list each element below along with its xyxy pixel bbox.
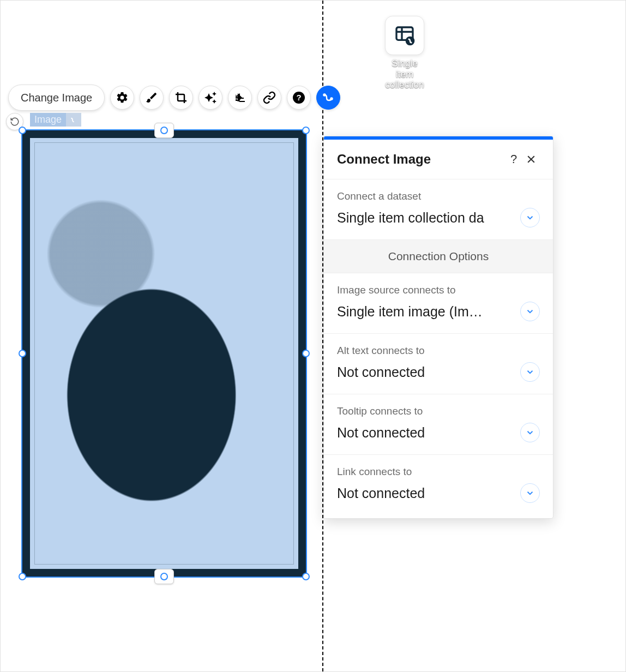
field-dropdown-alt-text[interactable]: Not connected: [337, 362, 540, 382]
field-value: Not connected: [337, 364, 515, 380]
field-value: Not connected: [337, 485, 515, 501]
dataset-chip-label: Single item collection: [382, 58, 427, 91]
chevron-down-icon: [520, 302, 540, 321]
resize-handle-br[interactable]: [302, 573, 310, 580]
filters-button[interactable]: [198, 86, 222, 110]
animation-button[interactable]: [228, 86, 252, 110]
connect-indicator-icon: [66, 113, 81, 127]
element-type-text: Image: [30, 113, 66, 127]
resize-handle-l[interactable]: [19, 350, 26, 357]
help-button[interactable]: ?: [287, 86, 311, 110]
dataset-chip[interactable]: Single item collection: [382, 16, 427, 91]
design-button[interactable]: [140, 86, 164, 110]
field-link: Link connects to Not connected: [324, 455, 553, 518]
panel-close-button[interactable]: [522, 151, 540, 168]
field-dropdown-link[interactable]: Not connected: [337, 483, 540, 503]
crop-button[interactable]: [169, 86, 193, 110]
field-label: Image source connects to: [337, 284, 540, 296]
image-frame: [22, 130, 306, 577]
field-value: Single item image (Im…: [337, 304, 515, 320]
resize-handle-tl[interactable]: [19, 127, 26, 134]
field-dropdown-tooltip[interactable]: Not connected: [337, 423, 540, 442]
connection-options-header: Connection Options: [324, 240, 553, 273]
resize-handle-tr[interactable]: [302, 127, 310, 134]
panel-header: Connect Image ?: [324, 140, 553, 179]
field-dropdown-image-source[interactable]: Single item image (Im…: [337, 302, 540, 321]
field-alt-text: Alt text connects to Not connected: [324, 334, 553, 394]
chevron-down-icon: [520, 483, 540, 503]
dataset-value: Single item collection da: [337, 210, 515, 226]
image-element[interactable]: Image: [22, 130, 306, 577]
chevron-down-icon: [520, 423, 540, 442]
resize-handle-t[interactable]: [160, 127, 168, 134]
resize-handle-r[interactable]: [302, 350, 310, 357]
editor-canvas: Single item collection Change Image ?: [0, 0, 626, 672]
chevron-down-icon: [520, 208, 540, 227]
link-button[interactable]: [257, 86, 281, 110]
settings-button[interactable]: [110, 86, 134, 110]
element-type-label: Image: [30, 113, 81, 127]
svg-point-6: [324, 94, 326, 96]
image-toolbar: Change Image ?: [8, 85, 340, 111]
image-content: [38, 146, 291, 561]
change-image-button[interactable]: Change Image: [8, 85, 105, 111]
field-label: Tooltip connects to: [337, 405, 540, 417]
field-label: Alt text connects to: [337, 345, 540, 357]
svg-text:?: ?: [297, 93, 302, 102]
field-image-source: Image source connects to Single item ima…: [324, 273, 553, 334]
resize-handle-bl[interactable]: [19, 573, 26, 580]
svg-point-7: [331, 98, 333, 100]
connect-data-button[interactable]: [316, 86, 340, 110]
chevron-down-icon: [520, 362, 540, 382]
dataset-icon: [385, 16, 424, 55]
dataset-dropdown[interactable]: Single item collection da: [337, 208, 540, 227]
field-tooltip: Tooltip connects to Not connected: [324, 394, 553, 455]
field-value: Not connected: [337, 425, 515, 441]
dataset-section: Connect a dataset Single item collection…: [324, 179, 553, 240]
field-label: Link connects to: [337, 466, 540, 478]
resize-handle-b[interactable]: [160, 573, 168, 580]
dataset-label: Connect a dataset: [337, 190, 540, 202]
panel-title: Connect Image: [337, 152, 505, 167]
connect-image-panel: Connect Image ? Connect a dataset Single…: [323, 136, 553, 519]
panel-help-button[interactable]: ?: [505, 151, 522, 168]
